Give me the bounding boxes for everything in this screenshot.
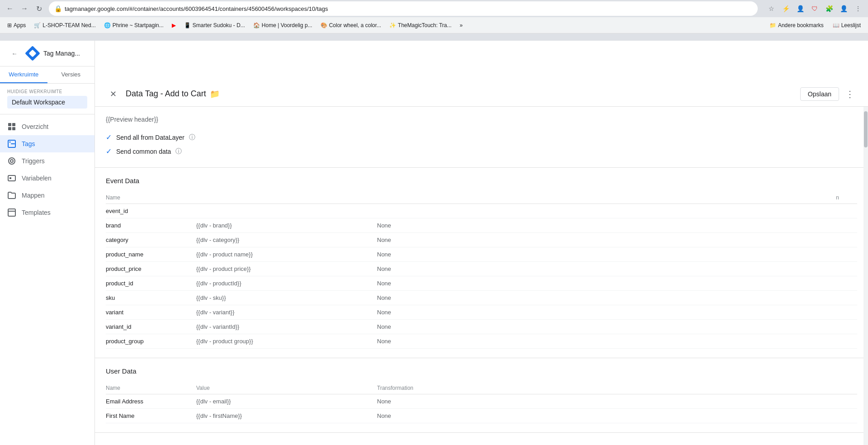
bookmark-apps[interactable]: ⊞ Apps [4, 20, 29, 30]
back-button[interactable]: ← [4, 2, 16, 15]
template-icon [7, 208, 16, 217]
sidebar-item-overzicht[interactable]: Overzicht [0, 118, 94, 135]
bookmark-phrine[interactable]: 🌐 Phrine ~ Startpagin... [100, 20, 167, 30]
event-row-transform [377, 204, 857, 218]
youtube-icon: ▶ [172, 22, 176, 28]
bookmark-phrine-label: Phrine ~ Startpagin... [113, 22, 164, 28]
svg-point-10 [10, 160, 13, 162]
table-row: sku {{dlv - sku}} None [106, 291, 857, 305]
sidebar-item-triggers[interactable]: Triggers [0, 152, 94, 170]
save-button[interactable]: Opslaan [800, 87, 839, 101]
leeslijst-icon: 📖 [833, 22, 840, 28]
event-row-transform: None [377, 218, 857, 233]
bookmark-leeslijst[interactable]: 📖 Leeslijst [829, 20, 864, 30]
avatar-button[interactable]: 👤 [837, 2, 850, 15]
svg-rect-3 [12, 123, 15, 126]
event-data-title: Event Data [106, 177, 857, 185]
svg-point-9 [9, 158, 15, 164]
user-row-value: {{dlv - email}} [196, 394, 377, 409]
sidebar-item-mappen[interactable]: Mappen [0, 187, 94, 204]
table-row: First Name {{dlv - firstName}} None [106, 409, 857, 423]
workspace-label: HUIDIGE WERKRUIMTE [7, 89, 87, 94]
adblock-button[interactable]: 🛡 [808, 2, 821, 15]
reload-button[interactable]: ↻ [33, 2, 45, 15]
grid-icon [7, 123, 16, 131]
tab-werkruimte[interactable]: Werkruimte [0, 66, 47, 83]
user-row-transform: None [377, 409, 857, 423]
sidebar-back-button[interactable]: ← [7, 46, 22, 61]
sidebar-item-variabelen-label: Variabelen [22, 175, 52, 182]
bookmark-colorwheel[interactable]: 🎨 Color wheel, a color... [317, 20, 385, 30]
bookmark-more[interactable]: » [456, 20, 467, 30]
event-data-section: Event Data Name n event_id brand {{dlv - [95, 168, 868, 358]
table-row: Email Address {{dlv - email}} None [106, 394, 857, 409]
bookmark-lshop[interactable]: 🛒 L-SHOP-TEAM Ned... [30, 20, 99, 30]
forward-button[interactable]: → [18, 2, 31, 15]
event-row-name: variant [106, 305, 196, 320]
panel-folder-icon[interactable]: 📁 [210, 89, 220, 99]
event-row-name: product_name [106, 247, 196, 262]
event-row-name: variant_id [106, 320, 196, 334]
andere-icon: 📁 [769, 22, 776, 28]
checkmark-send-all-icon: ✓ [106, 133, 112, 142]
table-row: event_id [106, 204, 857, 218]
event-row-value: {{dlv - variant}} [196, 305, 377, 320]
svg-rect-11 [8, 175, 15, 181]
menu-button[interactable]: ⋮ [852, 2, 864, 15]
user-row-name: First Name [106, 409, 196, 423]
bookmark-magictouch[interactable]: ✨ TheMagicTouch: Tra... [386, 20, 455, 30]
bookmark-leeslijst-label: Leeslijst [841, 22, 861, 28]
bookmark-andere-label: Andere bookmarks [778, 22, 824, 28]
preview-header-section: {{Preview header}} ✓ Send all from DataL… [95, 107, 868, 168]
user-col-header-name: Name [106, 382, 196, 394]
bookmark-home[interactable]: 🏠 Home | Voordelig p... [250, 20, 316, 30]
panel-close-button[interactable]: ✕ [106, 87, 120, 101]
event-row-transform: None [377, 305, 857, 320]
lshop-icon: 🛒 [34, 22, 41, 28]
sidebar-item-variabelen[interactable]: Variabelen [0, 170, 94, 187]
bookmark-star-button[interactable]: ☆ [765, 2, 778, 15]
tab-versies[interactable]: Versies [47, 66, 95, 83]
event-row-value [196, 204, 377, 218]
event-row-name: product_group [106, 334, 196, 349]
user-data-title: User Data [106, 367, 857, 375]
trigger-icon [7, 157, 16, 165]
extension2-button[interactable]: 🧩 [823, 2, 835, 15]
more-options-button[interactable]: ⋮ [843, 87, 857, 101]
address-bar[interactable]: 🔒 tagmanager.google.com/#/container/acco… [49, 1, 758, 16]
info-send-common-icon[interactable]: ⓘ [175, 147, 182, 156]
table-row: variant {{dlv - variant}} None [106, 305, 857, 320]
col-header-value [196, 192, 377, 204]
info-send-all-icon[interactable]: ⓘ [189, 133, 195, 142]
user-row-transform: None [377, 394, 857, 409]
event-row-value: {{dlv - brand}} [196, 218, 377, 233]
user-data-section: User Data Name Value Transformation Emai… [95, 358, 868, 433]
svg-rect-12 [9, 177, 11, 179]
table-row: product_name {{dlv - product name}} None [106, 247, 857, 262]
profile-button[interactable]: 👤 [794, 2, 807, 15]
col-header-transform: n [377, 192, 857, 204]
event-row-name: product_price [106, 262, 196, 276]
bookmark-smarter[interactable]: 📱 Smarter Sudoku - D... [180, 20, 249, 30]
bookmark-home-label: Home | Voordelig p... [262, 22, 312, 28]
bookmark-youtube[interactable]: ▶ [168, 20, 179, 30]
sidebar-item-templates[interactable]: Templates [0, 204, 94, 221]
panel-body[interactable]: {{Preview header}} ✓ Send all from DataL… [95, 107, 868, 445]
event-row-value: {{dlv - product price}} [196, 262, 377, 276]
sidebar: ← Tag Manag... Werkruimte Versies HUIDIG… [0, 41, 95, 445]
sidebar-item-templates-label: Templates [22, 209, 51, 216]
scrollbar-track[interactable] [863, 107, 868, 445]
bookmark-apps-label: Apps [14, 22, 26, 28]
event-row-transform: None [377, 320, 857, 334]
bookmark-andere[interactable]: 📁 Andere bookmarks [766, 20, 827, 30]
workspace-name[interactable]: Default Workspace [7, 96, 87, 109]
sidebar-item-overzicht-label: Overzicht [22, 123, 48, 130]
checkmark-send-common-icon: ✓ [106, 147, 112, 156]
tag-icon [7, 140, 16, 148]
send-common-label: Send common data [116, 148, 171, 155]
extension-button[interactable]: ⚡ [779, 2, 792, 15]
sidebar-item-tags[interactable]: Tags [0, 135, 94, 152]
folder-icon [7, 191, 16, 199]
bookmark-colorwheel-label: Color wheel, a color... [329, 22, 381, 28]
scrollbar-thumb[interactable] [864, 111, 868, 147]
